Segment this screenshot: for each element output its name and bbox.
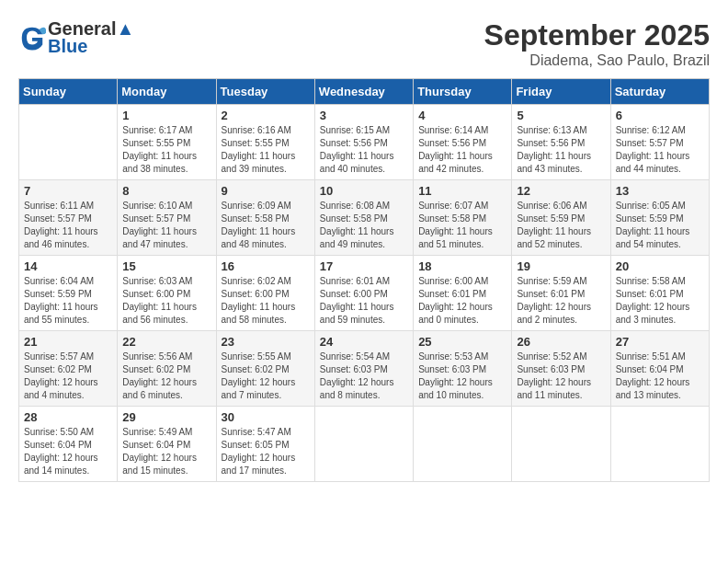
calendar-week-row: 1Sunrise: 6:17 AMSunset: 5:55 PMDaylight… (19, 105, 710, 180)
day-info: Sunrise: 5:53 AMSunset: 6:03 PMDaylight:… (418, 350, 506, 402)
day-number: 18 (418, 259, 506, 273)
day-number: 3 (320, 109, 408, 122)
day-number: 16 (222, 259, 310, 273)
day-info: Sunrise: 5:49 AMSunset: 6:04 PMDaylight:… (122, 426, 210, 477)
day-info: Sunrise: 6:07 AMSunset: 5:58 PMDaylight:… (418, 200, 506, 251)
logo-text: General▲ Blue (48, 18, 134, 57)
calendar-cell: 6Sunrise: 6:12 AMSunset: 5:57 PMDaylight… (610, 105, 709, 180)
calendar-cell: 18Sunrise: 6:00 AMSunset: 6:01 PMDayligh… (414, 256, 512, 331)
calendar-cell: 14Sunrise: 6:04 AMSunset: 5:59 PMDayligh… (19, 256, 118, 331)
day-info: Sunrise: 6:13 AMSunset: 5:56 PMDaylight:… (517, 124, 605, 176)
calendar-cell: 7Sunrise: 6:11 AMSunset: 5:57 PMDaylight… (19, 180, 118, 256)
day-info: Sunrise: 6:08 AMSunset: 5:58 PMDaylight:… (320, 200, 408, 251)
calendar-cell: 23Sunrise: 5:55 AMSunset: 6:02 PMDayligh… (216, 331, 314, 407)
weekday-header: Tuesday (216, 79, 314, 105)
weekday-header: Wednesday (314, 79, 413, 105)
day-info: Sunrise: 6:01 AMSunset: 6:00 PMDaylight:… (320, 275, 408, 327)
calendar-cell: 9Sunrise: 6:09 AMSunset: 5:58 PMDaylight… (216, 180, 314, 256)
day-info: Sunrise: 5:59 AMSunset: 6:01 PMDaylight:… (517, 275, 605, 327)
weekday-header: Friday (512, 79, 610, 105)
calendar-cell (512, 407, 610, 482)
location-title: Diadema, Sao Paulo, Brazil (484, 52, 710, 69)
day-number: 28 (24, 410, 112, 424)
day-number: 21 (24, 335, 112, 349)
weekday-header: Saturday (610, 79, 709, 105)
calendar-cell: 29Sunrise: 5:49 AMSunset: 6:04 PMDayligh… (118, 407, 216, 482)
day-number: 6 (616, 109, 704, 122)
calendar-header-row: SundayMondayTuesdayWednesdayThursdayFrid… (19, 79, 710, 105)
day-number: 15 (122, 259, 210, 273)
day-number: 10 (320, 184, 408, 198)
calendar-cell: 19Sunrise: 5:59 AMSunset: 6:01 PMDayligh… (512, 256, 610, 331)
day-info: Sunrise: 5:54 AMSunset: 6:03 PMDaylight:… (320, 350, 408, 402)
day-info: Sunrise: 5:50 AMSunset: 6:04 PMDaylight:… (24, 426, 112, 477)
calendar-week-row: 14Sunrise: 6:04 AMSunset: 5:59 PMDayligh… (19, 256, 710, 331)
calendar-cell: 15Sunrise: 6:03 AMSunset: 6:00 PMDayligh… (118, 256, 216, 331)
calendar-cell (414, 407, 512, 482)
day-info: Sunrise: 5:57 AMSunset: 6:02 PMDaylight:… (24, 350, 112, 402)
calendar-cell: 1Sunrise: 6:17 AMSunset: 5:55 PMDaylight… (118, 105, 216, 180)
calendar-cell (610, 407, 709, 482)
calendar-cell: 12Sunrise: 6:06 AMSunset: 5:59 PMDayligh… (512, 180, 610, 256)
calendar-cell: 28Sunrise: 5:50 AMSunset: 6:04 PMDayligh… (19, 407, 118, 482)
day-number: 11 (418, 184, 506, 198)
day-info: Sunrise: 6:09 AMSunset: 5:58 PMDaylight:… (222, 200, 310, 251)
calendar-cell: 3Sunrise: 6:15 AMSunset: 5:56 PMDaylight… (314, 105, 413, 180)
day-number: 19 (517, 259, 605, 273)
day-info: Sunrise: 6:16 AMSunset: 5:55 PMDaylight:… (222, 124, 310, 176)
calendar-cell: 16Sunrise: 6:02 AMSunset: 6:00 PMDayligh… (216, 256, 314, 331)
day-info: Sunrise: 5:58 AMSunset: 6:01 PMDaylight:… (616, 275, 704, 327)
day-number: 7 (24, 184, 112, 198)
calendar-cell: 11Sunrise: 6:07 AMSunset: 5:58 PMDayligh… (414, 180, 512, 256)
calendar-cell: 10Sunrise: 6:08 AMSunset: 5:58 PMDayligh… (314, 180, 413, 256)
day-info: Sunrise: 5:52 AMSunset: 6:03 PMDaylight:… (517, 350, 605, 402)
day-number: 20 (616, 259, 704, 273)
calendar-cell: 22Sunrise: 5:56 AMSunset: 6:02 PMDayligh… (118, 331, 216, 407)
month-title: September 2025 (484, 18, 710, 52)
day-info: Sunrise: 6:03 AMSunset: 6:00 PMDaylight:… (122, 275, 210, 327)
day-info: Sunrise: 6:15 AMSunset: 5:56 PMDaylight:… (320, 124, 408, 176)
day-info: Sunrise: 5:55 AMSunset: 6:02 PMDaylight:… (222, 350, 310, 402)
day-info: Sunrise: 6:05 AMSunset: 5:59 PMDaylight:… (616, 200, 704, 251)
weekday-header: Thursday (414, 79, 512, 105)
logo-icon (18, 24, 46, 52)
day-number: 1 (122, 109, 210, 122)
title-block: September 2025 Diadema, Sao Paulo, Brazi… (484, 18, 710, 69)
day-number: 29 (122, 410, 210, 424)
day-number: 8 (122, 184, 210, 198)
day-number: 25 (418, 335, 506, 349)
day-info: Sunrise: 6:14 AMSunset: 5:56 PMDaylight:… (418, 124, 506, 176)
calendar-cell: 8Sunrise: 6:10 AMSunset: 5:57 PMDaylight… (118, 180, 216, 256)
day-number: 9 (222, 184, 310, 198)
day-number: 4 (418, 109, 506, 122)
calendar-cell: 17Sunrise: 6:01 AMSunset: 6:00 PMDayligh… (314, 256, 413, 331)
page-header: General▲ Blue September 2025 Diadema, Sa… (18, 18, 710, 69)
calendar-cell: 30Sunrise: 5:47 AMSunset: 6:05 PMDayligh… (216, 407, 314, 482)
calendar-cell: 27Sunrise: 5:51 AMSunset: 6:04 PMDayligh… (610, 331, 709, 407)
weekday-header: Monday (118, 79, 216, 105)
day-number: 22 (122, 335, 210, 349)
calendar-week-row: 28Sunrise: 5:50 AMSunset: 6:04 PMDayligh… (19, 407, 710, 482)
day-number: 17 (320, 259, 408, 273)
weekday-header: Sunday (19, 79, 118, 105)
calendar-cell: 4Sunrise: 6:14 AMSunset: 5:56 PMDaylight… (414, 105, 512, 180)
calendar-week-row: 7Sunrise: 6:11 AMSunset: 5:57 PMDaylight… (19, 180, 710, 256)
calendar-cell: 20Sunrise: 5:58 AMSunset: 6:01 PMDayligh… (610, 256, 709, 331)
day-number: 23 (222, 335, 310, 349)
day-info: Sunrise: 6:12 AMSunset: 5:57 PMDaylight:… (616, 124, 704, 176)
day-number: 2 (222, 109, 310, 122)
day-number: 24 (320, 335, 408, 349)
day-number: 27 (616, 335, 704, 349)
day-info: Sunrise: 6:17 AMSunset: 5:55 PMDaylight:… (122, 124, 210, 176)
day-info: Sunrise: 6:06 AMSunset: 5:59 PMDaylight:… (517, 200, 605, 251)
day-number: 14 (24, 259, 112, 273)
calendar-week-row: 21Sunrise: 5:57 AMSunset: 6:02 PMDayligh… (19, 331, 710, 407)
calendar-table: SundayMondayTuesdayWednesdayThursdayFrid… (18, 78, 710, 482)
calendar-cell (19, 105, 118, 180)
day-info: Sunrise: 5:51 AMSunset: 6:04 PMDaylight:… (616, 350, 704, 402)
day-info: Sunrise: 6:04 AMSunset: 5:59 PMDaylight:… (24, 275, 112, 327)
day-number: 13 (616, 184, 704, 198)
day-number: 12 (517, 184, 605, 198)
day-info: Sunrise: 5:47 AMSunset: 6:05 PMDaylight:… (222, 426, 310, 477)
calendar-cell: 5Sunrise: 6:13 AMSunset: 5:56 PMDaylight… (512, 105, 610, 180)
